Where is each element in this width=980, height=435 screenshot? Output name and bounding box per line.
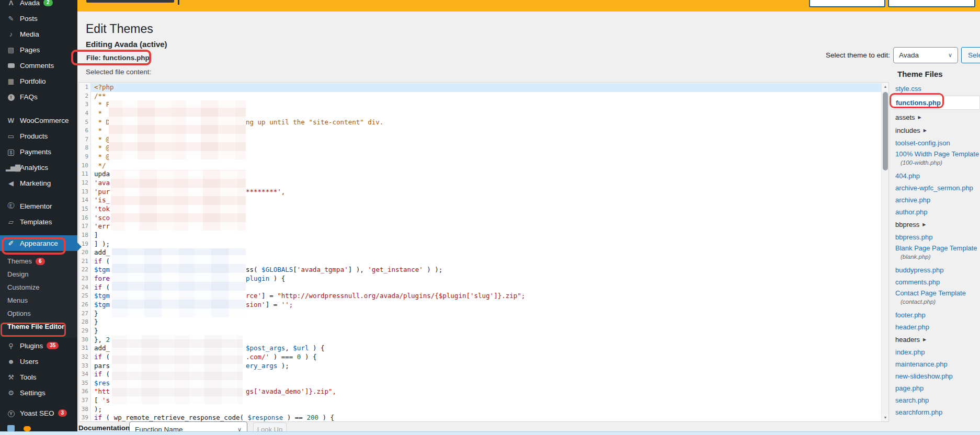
file-link[interactable]: Blank Page Page Template	[895, 244, 977, 252]
theme-file-comments-php[interactable]: comments.php	[892, 276, 980, 288]
sidebar-item-themes[interactable]: Themes6	[0, 255, 77, 268]
theme-file-archive-wpfc-sermon-php[interactable]: archive-wpfc_sermon.php	[892, 182, 980, 194]
sidebar-item-analytics[interactable]: ▂▅▇Analytics	[0, 159, 77, 175]
redaction-block	[111, 170, 246, 231]
theme-file-style-css[interactable]: style.css	[892, 83, 980, 95]
menu-separator	[0, 191, 77, 198]
chevron-right-icon: ▶	[922, 222, 926, 227]
scrollbar-thumb[interactable]	[883, 92, 888, 170]
sidebar-item-users[interactable]: ☻Users	[0, 353, 77, 369]
code-line-19: ] );	[91, 240, 888, 249]
count-badge	[24, 426, 31, 431]
line-number: 29	[79, 327, 90, 336]
sidebar-item-portfolio[interactable]: ▦Portfolio	[0, 73, 77, 89]
theme-file-search-php[interactable]: search.php	[892, 394, 980, 406]
theme-file-folder-includes[interactable]: includes▶	[892, 124, 980, 137]
theme-file-archive-php[interactable]: archive.php	[892, 194, 980, 206]
sidebar-item-posts[interactable]: ✎Posts	[0, 10, 77, 26]
line-number: 23	[79, 274, 90, 283]
sidebar-item-products[interactable]: ▭Products	[0, 128, 77, 144]
line-number: 17	[79, 222, 90, 231]
theme-files-list: style.cssfunctions.phpassets▶includes▶to…	[892, 83, 980, 418]
icon-elementor-icon: Ⓔ	[6, 201, 16, 211]
theme-file-folder-bbpress[interactable]: bbpress▶	[892, 218, 980, 231]
editor-scrollbar[interactable]: ▲ ▼	[881, 83, 888, 421]
sidebar-item-woocommerce[interactable]: WWooCommerce	[0, 112, 77, 128]
sidebar-item-menus[interactable]: Menus	[0, 294, 77, 307]
theme-file-page-php[interactable]: page.php	[892, 382, 980, 394]
sidebar-item-tools[interactable]: ⚒Tools	[0, 369, 77, 385]
sidebar-item-yoast-seo[interactable]: YYoast SEO3	[0, 405, 77, 421]
theme-file-buddypress-php[interactable]: buddypress.php	[892, 264, 980, 276]
submenu-item-label: Theme File Editor	[7, 320, 64, 333]
theme-file-author-php[interactable]: author.php	[892, 206, 980, 218]
icon-media-icon: ♪	[6, 30, 16, 38]
line-number: 14	[79, 196, 90, 205]
theme-file-toolset-config-json[interactable]: toolset-config.json	[892, 137, 980, 149]
count-badge: 6	[36, 258, 45, 265]
theme-file-bbpress-php[interactable]: bbpress.php	[892, 231, 980, 243]
sidebar-item-media[interactable]: ♪Media	[0, 26, 77, 42]
sidebar-item-label: Posts	[20, 15, 38, 22]
sidebar-item-avada[interactable]: ΛAvada2	[0, 0, 77, 10]
theme-file-new-slideshow-php[interactable]: new-slideshow.php	[892, 370, 980, 382]
theme-file-searchform-php[interactable]: searchform.php	[892, 406, 980, 418]
theme-file-header-php[interactable]: header.php	[892, 321, 980, 333]
sidebar-item-appearance[interactable]: ✐Appearance	[0, 235, 77, 251]
icon-yoast-icon: Y	[6, 409, 16, 417]
sidebar-item-settings[interactable]: ⚙Settings	[0, 385, 77, 400]
file-link: maintenance.php	[895, 360, 948, 368]
file-link[interactable]: 100% Width Page Template	[895, 150, 979, 158]
sidebar-item-plugins[interactable]: ⚲Plugins35	[0, 338, 77, 353]
scroll-down-icon[interactable]: ▼	[882, 414, 888, 421]
theme-file-folder-headers[interactable]: headers▶	[892, 333, 980, 346]
sidebar-item-pages[interactable]: ▤Pages	[0, 42, 77, 58]
exclamation-circle-icon: !	[8, 94, 15, 101]
line-number: 34	[79, 370, 90, 379]
sidebar-item-options[interactable]: Options	[0, 307, 77, 320]
sidebar-item-comments[interactable]: Comments	[0, 58, 77, 73]
sidebar-item-design[interactable]: Design	[0, 268, 77, 281]
code-line-39: if ( wp_remote_retrieve_response_code( $…	[91, 414, 888, 421]
page-title: Edit Themes	[86, 22, 153, 36]
sidebar-item-customize[interactable]: Customize	[0, 281, 77, 294]
sidebar-item-label: Templates	[20, 218, 52, 226]
theme-file-footer-php[interactable]: footer.php	[892, 309, 980, 321]
theme-file-maintenance-php[interactable]: maintenance.php	[892, 358, 980, 370]
sidebar-item-payments[interactable]: $Payments	[0, 144, 77, 159]
scroll-up-icon[interactable]: ▲	[882, 83, 888, 90]
icon-analytics-icon: ▂▅▇	[6, 164, 16, 171]
line-number: 8	[79, 144, 90, 153]
code-area[interactable]: <?php/** * F * * Dng up until the "site-…	[91, 83, 888, 421]
theme-file-functions-php[interactable]: functions.php	[892, 96, 980, 110]
code-fragment: ng up until the "site-content" div.	[246, 118, 383, 127]
banner-button-1[interactable]	[809, 0, 885, 7]
theme-file-404-php[interactable]: 404.php	[892, 170, 980, 182]
line-number: 11	[79, 170, 90, 179]
sidebar-item-label: Elementor	[20, 202, 52, 210]
menu-separator	[0, 105, 77, 112]
banner-text-fragment	[86, 0, 174, 3]
code-fragment: sion'] = '';	[246, 301, 293, 310]
file-link: footer.php	[895, 311, 926, 319]
line-number: 35	[79, 379, 90, 388]
sidebar-item-label: Avada	[20, 0, 40, 7]
sidebar-item-marketing[interactable]: ◀Marketing	[0, 175, 77, 191]
select-theme-button[interactable]: Select	[961, 47, 980, 63]
theme-file-contact-page-template[interactable]: Contact Page Template(contact.php)	[892, 288, 980, 309]
theme-file-100-width-page-template[interactable]: 100% Width Page Template(100-width.php)	[892, 149, 980, 170]
sidebar-item-faqs[interactable]: !FAQs	[0, 89, 77, 105]
sidebar-item-theme-file-editor[interactable]: Theme File Editor	[0, 320, 77, 333]
sidebar-item-templates[interactable]: ▱Templates	[0, 214, 77, 230]
theme-file-blank-page-page-template[interactable]: Blank Page Page Template(blank.php)	[892, 243, 980, 264]
theme-file-index-php[interactable]: index.php	[892, 346, 980, 358]
banner-button-2[interactable]	[888, 0, 975, 7]
theme-file-folder-assets[interactable]: assets▶	[892, 111, 980, 124]
sidebar-item-label: Products	[20, 132, 48, 140]
file-link: archive-wpfc_sermon.php	[895, 184, 973, 192]
dollar-card-icon: $	[8, 150, 14, 156]
sidebar-item-elementor[interactable]: ⒺElementor	[0, 198, 77, 214]
file-link[interactable]: Contact Page Template	[895, 289, 966, 297]
theme-select[interactable]: Avada ∨	[893, 47, 958, 63]
code-editor[interactable]: 1234567891011121314151617181920212223242…	[78, 82, 889, 422]
